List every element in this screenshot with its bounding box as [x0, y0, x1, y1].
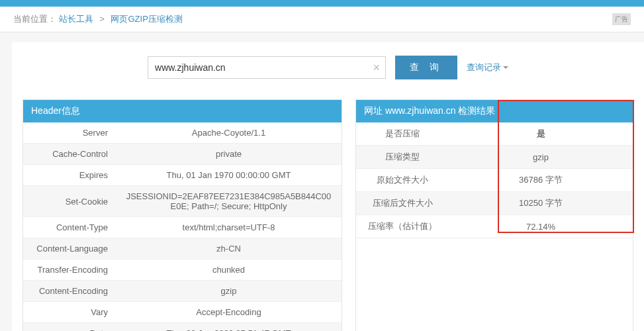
result-value: 10250 字节: [449, 192, 633, 215]
table-row: Content-Encodinggzip: [23, 281, 342, 302]
clear-icon[interactable]: ×: [368, 61, 386, 75]
breadcrumb-sep: >: [99, 14, 105, 24]
result-table: 是否压缩是压缩类型gzip原始文件大小36786 字节压缩后文件大小10250 …: [356, 122, 633, 238]
table-row: Set-CookieJSESSIONID=2EAF87EE7231E384C98…: [23, 186, 342, 217]
table-row: ServerApache-Coyote/1.1: [23, 122, 342, 144]
search-row: × 查 询 查询记录: [12, 56, 644, 79]
result-title: 网址 www.zjhuiwan.cn 检测结果: [356, 100, 633, 122]
header-value: zh-CN: [116, 238, 342, 260]
table-row: 原始文件大小36786 字节: [356, 169, 633, 192]
content-wrap: × 查 询 查询记录 Header信息 ServerApache-Coyote/…: [0, 32, 644, 331]
breadcrumb-link-tools[interactable]: 站长工具: [59, 14, 93, 24]
result-value: 是: [449, 122, 633, 146]
table-row: DateThu, 09 Jan 2020 05:51:47 GMT: [23, 323, 342, 332]
chevron-down-icon: [503, 66, 508, 69]
table-row: Content-Languagezh-CN: [23, 238, 342, 260]
header-key: Content-Type: [23, 217, 116, 238]
query-button[interactable]: 查 询: [395, 56, 457, 79]
header-key: Date: [23, 323, 116, 332]
header-key: Vary: [23, 302, 116, 323]
url-input[interactable]: [148, 57, 367, 78]
header-key: Content-Encoding: [23, 281, 116, 302]
header-value: Thu, 09 Jan 2020 05:51:47 GMT: [116, 323, 342, 332]
result-value: 36786 字节: [449, 169, 633, 192]
header-value: Apache-Coyote/1.1: [116, 122, 342, 144]
header-key: Server: [23, 122, 116, 144]
table-row: ExpiresThu, 01 Jan 1970 00:00:00 GMT: [23, 165, 342, 186]
table-row: 压缩类型gzip: [356, 146, 633, 169]
header-key: Content-Language: [23, 238, 116, 260]
history-dropdown[interactable]: 查询记录: [467, 62, 508, 73]
result-key: 压缩后文件大小: [356, 192, 449, 215]
table-row: 压缩后文件大小10250 字节: [356, 192, 633, 215]
header-value: gzip: [116, 281, 342, 302]
result-key: 压缩率（估计值）: [356, 215, 449, 238]
breadcrumb-link-gzip[interactable]: 网页GZIP压缩检测: [111, 14, 182, 24]
header-key: Cache-Control: [23, 144, 116, 165]
table-row: 压缩率（估计值）72.14%: [356, 215, 633, 238]
header-info-panel: Header信息 ServerApache-Coyote/1.1Cache-Co…: [23, 99, 342, 331]
history-label: 查询记录: [467, 62, 501, 73]
search-box: ×: [148, 56, 386, 79]
ad-badge: 广告: [612, 13, 631, 25]
result-key: 压缩类型: [356, 146, 449, 169]
table-row: Transfer-Encodingchunked: [23, 260, 342, 281]
header-value: private: [116, 144, 342, 165]
header-info-title: Header信息: [23, 100, 342, 122]
result-panel: 网址 www.zjhuiwan.cn 检测结果 是否压缩是压缩类型gzip原始文…: [355, 99, 633, 331]
table-row: VaryAccept-Encoding: [23, 302, 342, 323]
breadcrumb: 当前位置： 站长工具 > 网页GZIP压缩检测 广告: [0, 7, 644, 32]
header-value: Accept-Encoding: [116, 302, 342, 323]
result-value: 72.14%: [449, 215, 633, 238]
result-key: 是否压缩: [356, 122, 449, 146]
header-key: Transfer-Encoding: [23, 260, 116, 281]
top-bar: [0, 0, 644, 7]
result-key: 原始文件大小: [356, 169, 449, 192]
table-row: Cache-Controlprivate: [23, 144, 342, 165]
table-row: 是否压缩是: [356, 122, 633, 146]
header-value: text/html;charset=UTF-8: [116, 217, 342, 238]
header-value: chunked: [116, 260, 342, 281]
result-value: gzip: [449, 146, 633, 169]
header-value: JSESSIONID=2EAF87EE7231E384C985A5B844C00…: [116, 186, 342, 217]
header-value: Thu, 01 Jan 1970 00:00:00 GMT: [116, 165, 342, 186]
table-row: Content-Typetext/html;charset=UTF-8: [23, 217, 342, 238]
header-key: Set-Cookie: [23, 186, 116, 217]
header-table: ServerApache-Coyote/1.1Cache-Controlpriv…: [23, 122, 342, 331]
header-key: Expires: [23, 165, 116, 186]
breadcrumb-prefix: 当前位置：: [13, 14, 56, 24]
